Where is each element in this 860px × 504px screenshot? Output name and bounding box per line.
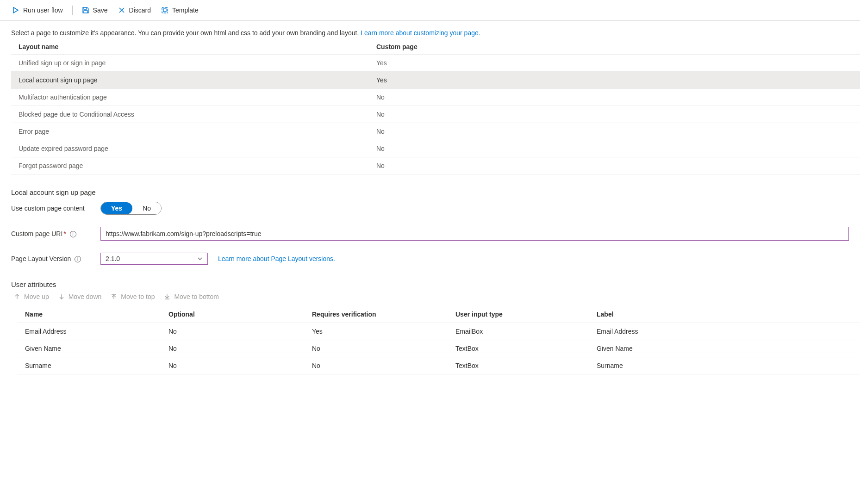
user-attributes-title: User attributes bbox=[0, 268, 860, 288]
uri-label: Custom page URI* i bbox=[11, 230, 97, 238]
layout-row[interactable]: Update expired password page No bbox=[11, 140, 860, 157]
arrow-top-icon bbox=[111, 293, 117, 300]
attr-verification-cell: Yes bbox=[312, 328, 455, 335]
svg-rect-1 bbox=[163, 9, 166, 12]
layout-custom-cell: Yes bbox=[376, 76, 853, 84]
uri-label-text: Custom page URI bbox=[11, 230, 62, 237]
layout-name-cell: Local account sign up page bbox=[19, 76, 376, 84]
column-header-custom: Custom page bbox=[376, 43, 853, 50]
attr-optional-cell: No bbox=[168, 362, 312, 369]
discard-label: Discard bbox=[129, 6, 151, 14]
attr-verification-cell: No bbox=[312, 345, 455, 352]
attr-row[interactable]: Given Name No No TextBox Given Name bbox=[18, 340, 860, 357]
layout-custom-cell: No bbox=[376, 145, 853, 152]
attr-header-name: Name bbox=[25, 311, 168, 318]
attr-name-cell: Given Name bbox=[25, 345, 168, 352]
save-label: Save bbox=[93, 6, 108, 14]
arrow-up-icon bbox=[14, 293, 20, 300]
attr-type-cell: TextBox bbox=[455, 362, 597, 369]
attr-type-cell: TextBox bbox=[455, 345, 597, 352]
attr-verification-cell: No bbox=[312, 362, 455, 369]
move-down-label: Move down bbox=[69, 293, 102, 300]
detail-section-title: Local account sign up page bbox=[0, 174, 860, 199]
chevron-down-icon bbox=[197, 256, 203, 261]
move-top-label: Move to top bbox=[121, 293, 155, 300]
column-header-name: Layout name bbox=[19, 43, 376, 50]
required-indicator: * bbox=[63, 230, 66, 237]
discard-button[interactable]: Discard bbox=[117, 5, 152, 16]
close-icon bbox=[118, 6, 125, 14]
attr-optional-cell: No bbox=[168, 328, 312, 335]
layout-row[interactable]: Multifactor authentication page No bbox=[11, 89, 860, 106]
move-down-button[interactable]: Move down bbox=[58, 293, 102, 300]
layout-name-cell: Unified sign up or sign in page bbox=[19, 59, 376, 67]
version-value: 2.1.0 bbox=[106, 255, 120, 262]
run-label: Run user flow bbox=[23, 6, 63, 14]
divider bbox=[72, 6, 73, 15]
svg-rect-0 bbox=[162, 7, 168, 13]
version-row: Page Layout Version i 2.1.0 Learn more a… bbox=[0, 250, 860, 268]
use-custom-toggle[interactable]: Yes No bbox=[100, 202, 162, 215]
layout-row[interactable]: Blocked page due to Conditional Access N… bbox=[11, 106, 860, 123]
template-button[interactable]: Template bbox=[160, 5, 199, 16]
save-button[interactable]: Save bbox=[81, 5, 109, 16]
description-text: Select a page to customize it's appearan… bbox=[11, 29, 361, 37]
layout-name-cell: Forgot password page bbox=[19, 162, 376, 169]
layout-custom-cell: No bbox=[376, 162, 853, 169]
attr-type-cell: EmailBox bbox=[455, 328, 597, 335]
layout-custom-cell: No bbox=[376, 128, 853, 135]
use-custom-row: Use custom page content Yes No bbox=[0, 199, 860, 218]
save-icon bbox=[82, 6, 89, 14]
attr-row[interactable]: Surname No No TextBox Surname bbox=[18, 357, 860, 374]
layout-row[interactable]: Unified sign up or sign in page Yes bbox=[11, 55, 860, 72]
template-icon bbox=[161, 6, 168, 14]
attr-name-cell: Surname bbox=[25, 362, 168, 369]
move-bottom-button[interactable]: Move to bottom bbox=[164, 293, 219, 300]
learn-more-link[interactable]: Learn more about customizing your page. bbox=[361, 29, 480, 37]
layout-custom-cell: No bbox=[376, 111, 853, 118]
move-top-button[interactable]: Move to top bbox=[111, 293, 155, 300]
attr-label-cell: Email Address bbox=[597, 328, 853, 335]
template-label: Template bbox=[172, 6, 199, 14]
version-learn-more-link[interactable]: Learn more about Page Layout versions. bbox=[218, 255, 335, 262]
play-icon bbox=[12, 6, 19, 14]
layout-table-header: Layout name Custom page bbox=[11, 39, 860, 55]
attr-header-verification: Requires verification bbox=[312, 311, 455, 318]
layout-row[interactable]: Local account sign up page Yes bbox=[11, 72, 860, 89]
layout-name-cell: Blocked page due to Conditional Access bbox=[19, 111, 376, 118]
layout-name-cell: Error page bbox=[19, 128, 376, 135]
layout-custom-cell: Yes bbox=[376, 59, 853, 67]
attr-row[interactable]: Email Address No Yes EmailBox Email Addr… bbox=[18, 323, 860, 340]
page-description: Select a page to customize it's appearan… bbox=[0, 21, 860, 39]
run-user-flow-button[interactable]: Run user flow bbox=[11, 5, 64, 16]
layout-row[interactable]: Error page No bbox=[11, 123, 860, 140]
move-up-label: Move up bbox=[24, 293, 49, 300]
custom-page-uri-input[interactable] bbox=[100, 227, 849, 241]
attr-header-optional: Optional bbox=[168, 311, 312, 318]
version-label: Page Layout Version i bbox=[11, 255, 97, 263]
layout-name-cell: Multifactor authentication page bbox=[19, 93, 376, 101]
info-icon[interactable]: i bbox=[75, 256, 81, 262]
arrow-down-icon bbox=[58, 293, 65, 300]
arrow-bottom-icon bbox=[164, 293, 170, 300]
uri-row: Custom page URI* i bbox=[0, 224, 860, 243]
layout-custom-cell: No bbox=[376, 93, 853, 101]
toggle-yes[interactable]: Yes bbox=[101, 202, 132, 214]
attr-table-header: Name Optional Requires verification User… bbox=[18, 306, 860, 323]
layout-name-cell: Update expired password page bbox=[19, 145, 376, 152]
use-custom-label: Use custom page content bbox=[11, 205, 97, 212]
attr-optional-cell: No bbox=[168, 345, 312, 352]
attr-header-type: User input type bbox=[455, 311, 597, 318]
version-label-text: Page Layout Version bbox=[11, 255, 71, 262]
command-bar: Run user flow Save Discard Template bbox=[0, 0, 860, 21]
toggle-no[interactable]: No bbox=[132, 202, 161, 214]
move-up-button[interactable]: Move up bbox=[14, 293, 49, 300]
attr-label-cell: Surname bbox=[597, 362, 853, 369]
move-bottom-label: Move to bottom bbox=[174, 293, 219, 300]
layout-table: Layout name Custom page Unified sign up … bbox=[11, 39, 860, 174]
layout-row[interactable]: Forgot password page No bbox=[11, 157, 860, 174]
page-layout-version-select[interactable]: 2.1.0 bbox=[100, 253, 208, 265]
info-icon[interactable]: i bbox=[70, 231, 76, 237]
attr-header-label: Label bbox=[597, 311, 853, 318]
attributes-table: Name Optional Requires verification User… bbox=[18, 306, 860, 374]
